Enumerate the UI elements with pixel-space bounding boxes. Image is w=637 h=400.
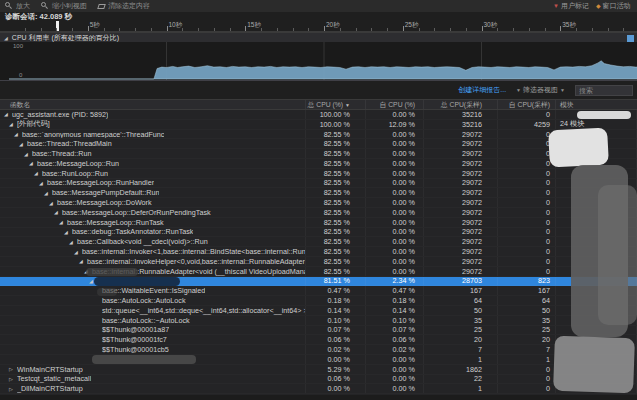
tree-row[interactable]: ▷WinMainCRTStartup5.29 %0.00 %18620 [0, 365, 637, 375]
expander-icon[interactable]: ◢ [49, 200, 57, 206]
column-header-total-cpu-pct[interactable]: 总 CPU (%)▼ [306, 100, 366, 109]
expander-icon[interactable]: ◢ [39, 180, 47, 186]
tree-row[interactable]: ◢base::`anonymous namespace'::ThreadFunc… [0, 130, 637, 140]
tree-row[interactable]: ◢base::debug::TaskAnnotator::RunTask82.5… [0, 228, 637, 238]
profiler-window: 放大 缩小到视图 清除选定内容 ▼ 用户标记 ◆ 窗口活动 诊断会话: 42.0… [0, 0, 637, 400]
tree-row[interactable]: ▷_DllMainCRTStartup0.00 %0.00 %10 [0, 384, 637, 394]
expander-icon[interactable]: ◢ [79, 258, 87, 264]
total-cpu-samples-cell: 29072 [424, 149, 498, 158]
tree-row[interactable]: std::queue<__int64,std::deque<__int64,st… [0, 306, 637, 316]
tree-row[interactable]: base::AutoLock::~AutoLock0.10 %0.10 %353… [0, 316, 637, 326]
tree-row[interactable]: ◢base::MessageLoop::RunHandler82.55 %0.0… [0, 179, 637, 189]
tree-row[interactable]: $$Thunk@00001fc70.06 %0.06 %2020 [0, 335, 637, 345]
create-detailed-report-link[interactable]: 创建详细报告... [458, 85, 506, 95]
search-input[interactable] [575, 85, 633, 96]
column-header-self-cpu-samples[interactable]: 自 CPU(采样) [498, 100, 556, 109]
total-cpu-samples-cell: 29072 [424, 169, 498, 178]
actions-bar: 创建详细报告... ▼ 筛选器视图 ▼ [0, 81, 637, 99]
total-cpu-pct-cell: 0.10 % [306, 316, 366, 325]
expander-icon[interactable]: ◢ [74, 249, 82, 255]
self-cpu-samples-cell: 0 [498, 228, 556, 237]
expander-icon[interactable]: ◢ [59, 219, 67, 225]
tree-row[interactable]: ◢base::MessageLoop::DeferOrRunPendingTas… [0, 208, 637, 218]
cpu-legend-swatch [627, 35, 634, 42]
ruler-tick [214, 28, 215, 31]
function-name-cell: ◢base::internal::InvokeHelper<0,void,bas… [0, 257, 306, 266]
expander-icon[interactable]: ◢ [34, 170, 42, 176]
self-cpu-samples-cell: 0 [498, 247, 556, 256]
expander-icon[interactable]: ◢ [9, 121, 17, 127]
self-cpu-pct-cell: 0.00 % [366, 159, 424, 168]
expander-icon[interactable]: ◢ [64, 229, 72, 235]
function-name: base::MessageLoop::DoWork [57, 198, 152, 207]
ruler-tick [56, 28, 57, 31]
zoom-in-button[interactable]: 放大 [5, 1, 30, 11]
expander-icon[interactable]: ◢ [4, 111, 12, 117]
tree-row[interactable]: ◢base::MessageLoop::Run82.55 %0.00 %2907… [0, 159, 637, 169]
self-cpu-samples-cell: 0 [498, 159, 556, 168]
tree-row[interactable]: ◢base::RunLoop::Run82.55 %0.00 %290720 [0, 169, 637, 179]
expander-icon[interactable]: ◢ [44, 190, 52, 196]
tree-row[interactable]: ◢base::internal::Invoker<1,base::interna… [0, 247, 637, 257]
clear-selection-button[interactable]: 清除选定内容 [98, 1, 150, 11]
expander-icon[interactable]: ◢ [54, 209, 62, 215]
total-cpu-samples-cell: 29072 [424, 267, 498, 276]
timeline-ruler[interactable]: 5秒10秒15秒20秒25秒30秒35秒 [0, 21, 637, 32]
tree-row[interactable]: base::AutoLock::AutoLock0.18 %0.18 %6464 [0, 296, 637, 306]
tree-row[interactable]: ▷Testcqt_static_metacall0.06 %0.00 %220 [0, 375, 637, 385]
self-cpu-pct-cell: 0.47 % [366, 286, 424, 295]
total-cpu-samples-cell: 20 [424, 335, 498, 344]
tree-row[interactable]: ◢base::Thread::Run82.55 %0.00 %290720 [0, 149, 637, 159]
ruler-tick [198, 28, 199, 31]
self-cpu-pct-cell: 0.00 % [366, 198, 424, 207]
column-header-self-cpu-pct[interactable]: 自 CPU (%) [366, 100, 424, 109]
section-expander-icon[interactable]: ◢ [4, 35, 8, 41]
cpu-section-header[interactable]: ◢ CPU 利用率 (所有处理器的百分比) [0, 32, 637, 42]
column-header-module[interactable]: 模块 [556, 100, 637, 109]
function-name-cell: ◢base::RunLoop::Run [0, 169, 306, 178]
expander-icon[interactable]: ▷ [9, 366, 17, 372]
total-cpu-samples-cell: 29072 [424, 139, 498, 148]
ruler-tick [608, 28, 609, 31]
expander-icon[interactable]: ◢ [24, 151, 32, 157]
expander-icon[interactable]: ◢ [69, 239, 77, 245]
total-cpu-pct-cell: 82.55 % [306, 139, 366, 148]
filter-view-dropdown[interactable]: ▼ 筛选器视图 ▼ [516, 85, 565, 95]
ruler-tick [308, 28, 309, 31]
function-name: base::AutoLock::AutoLock [102, 296, 186, 305]
function-name: Testcqt_static_metacall [17, 375, 91, 384]
self-cpu-pct-cell: 0.00 % [366, 237, 424, 246]
tree-row[interactable]: ◢base::MessagePumpDefault::Run82.55 %0.0… [0, 188, 637, 198]
function-name-cell: ◢base::MessagePumpDefault::Run [0, 188, 306, 197]
expander-icon[interactable]: ▷ [9, 386, 17, 392]
expander-icon[interactable]: ◢ [19, 141, 27, 147]
expander-icon[interactable]: ◢ [29, 160, 37, 166]
total-cpu-pct-cell: 0.00 % [306, 355, 366, 364]
tree-row[interactable]: ◢ugc_assistant.exe (PID: 5892)100.00 %0.… [0, 110, 637, 120]
tree-row[interactable]: ◢base::internal::InvokeHelper<0,void,bas… [0, 257, 637, 267]
function-name-cell: ◢base::internal::RunnableAdapter<void (_… [0, 267, 306, 276]
expander-icon[interactable]: ▷ [9, 376, 17, 382]
tree-row[interactable]: ◢base::Thread::ThreadMain82.55 %0.00 %29… [0, 139, 637, 149]
tree-row[interactable]: $$Thunk@00001a870.07 %0.07 %2525 [0, 326, 637, 336]
total-cpu-samples-cell: 22 [424, 375, 498, 384]
ruler-tick [450, 28, 451, 31]
tree-row[interactable]: ◢base::MessageLoop::DoWork82.55 %0.00 %2… [0, 198, 637, 208]
expander-icon[interactable]: ◢ [14, 131, 22, 137]
tree-row[interactable]: base::WaitableEvent::IsSignaled0.47 %0.4… [0, 286, 637, 296]
column-header-total-cpu-samples[interactable]: 总 CPU(采样) [424, 100, 498, 109]
zoom-out-button[interactable]: 缩小到视图 [41, 1, 87, 11]
column-header-function-name[interactable]: 函数名 [0, 100, 306, 109]
toolbar: 放大 缩小到视图 清除选定内容 [0, 0, 637, 12]
total-cpu-pct-cell: 82.55 % [306, 188, 366, 197]
tree-row[interactable]: ◢base::MessageLoop::RunTask82.55 %0.00 %… [0, 218, 637, 228]
self-cpu-pct-cell: 0.00 % [366, 218, 424, 227]
total-cpu-samples-cell: 29072 [424, 208, 498, 217]
cpu-utilization-chart[interactable]: 100 0 [0, 42, 637, 81]
ruler-tick [482, 26, 483, 31]
total-cpu-pct-cell: 100.00 % [306, 120, 366, 129]
tree-row[interactable]: $$Thunk@00001cb50.02 %0.02 %77 [0, 345, 637, 355]
tree-row[interactable]: ◢[外部代码]100.00 %12.09 %35216425924 模块 [0, 120, 637, 130]
function-name: base::Callback<void __cdecl(void)>::Run [77, 237, 208, 246]
tree-row[interactable]: ◢base::Callback<void __cdecl(void)>::Run… [0, 237, 637, 247]
